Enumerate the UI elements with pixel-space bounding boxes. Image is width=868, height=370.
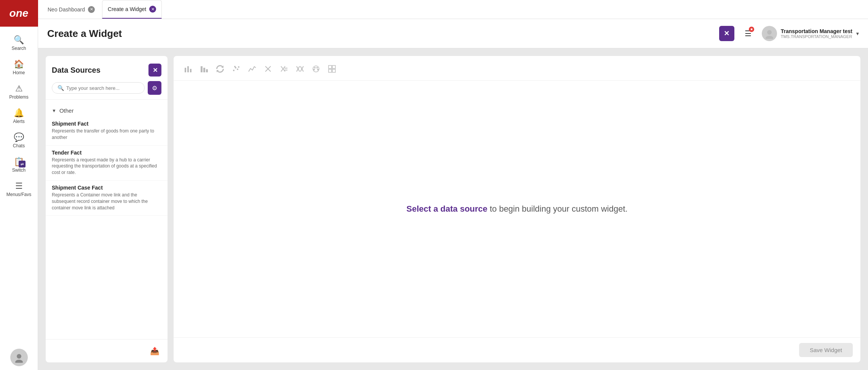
svg-rect-4 [185,68,186,72]
sidebar-item-menus-label: Menus/Favs [6,192,31,197]
chart-btn-line[interactable] [245,62,259,76]
panel-search-input[interactable] [66,85,139,91]
main-content: Neo Dashboard ✕ Create a Widget ✕ Create… [38,0,868,370]
svg-rect-32 [329,69,332,72]
prompt-text: Select a data source to begin building y… [407,204,628,214]
svg-point-3 [766,36,773,39]
chart-btn-x1[interactable] [261,62,275,76]
chart-btn-column[interactable] [197,62,211,76]
filter-icon: ⚙ [152,85,157,92]
svg-rect-30 [329,65,332,69]
widget-footer: Save Widget [174,337,860,362]
sidebar-item-problems[interactable]: ⚠ Problems [0,79,38,104]
chart-btn-scatter[interactable] [229,62,243,76]
search-icon: 🔍 [14,36,24,44]
chart-btn-xx[interactable] [293,62,307,76]
svg-point-10 [233,70,235,71]
filter-button[interactable]: ⚙ [148,81,161,95]
ds-shipment-fact-desc: Represents the transfer of goods from on… [52,128,161,141]
category-other-header[interactable]: ▼ Other [46,104,168,117]
tab-create-widget[interactable]: Create a Widget ✕ [102,0,162,19]
chart-toolbar [174,56,860,81]
data-sources-panel: Data Sources ✕ 🔍 ⚙ ▼ Other [46,56,168,362]
svg-point-2 [767,30,772,35]
app-logo[interactable]: one [0,0,38,27]
tab-create-widget-label: Create a Widget [108,6,146,12]
home-icon: 🏠 [14,60,24,69]
user-details: Transportation Manager test TMS.TRANSPOR… [781,28,852,39]
page-title: Create a Widget [47,28,122,40]
tab-neo-dashboard-close[interactable]: ✕ [88,6,95,13]
ds-tender-fact-name: Tender Fact [52,150,161,156]
sidebar-bottom [0,349,38,370]
svg-rect-9 [206,69,208,72]
header-menu-button[interactable]: ☰ ★ [740,26,756,41]
svg-point-12 [237,69,238,70]
sidebar-item-search[interactable]: 🔍 Search [0,30,38,55]
svg-rect-5 [187,66,189,72]
header-right: ✕ ☰ ★ Transportation Manager test TMS.TR… [719,26,859,41]
sidebar-item-switch-label: Switch [12,167,26,173]
sidebar: one 🔍 Search 🏠 Home ⚠ Problems 🔔 Alerts … [0,0,38,370]
chart-btn-palette[interactable] [309,62,323,76]
svg-point-26 [314,67,316,69]
panel-close-button[interactable]: ✕ [148,64,161,77]
chart-btn-refresh[interactable] [213,62,227,76]
switch-badge: 📋 ⇄ [14,158,24,166]
panel-title: Data Sources [52,66,101,75]
warning-icon: ⚠ [15,85,23,93]
sidebar-avatar[interactable] [10,349,28,366]
panel-search-row: 🔍 ⚙ [46,81,168,99]
svg-rect-6 [190,69,191,72]
tab-bar: Neo Dashboard ✕ Create a Widget ✕ [38,0,868,19]
close-icon: ✕ [724,29,729,38]
sidebar-item-menus[interactable]: ☰ Menus/Favs [0,177,38,201]
sidebar-item-home[interactable]: 🏠 Home [0,55,38,79]
svg-point-0 [17,354,21,359]
user-name: Transportation Manager test [781,28,852,34]
svg-point-1 [15,360,23,363]
chart-btn-bar[interactable] [181,62,195,76]
tab-neo-dashboard[interactable]: Neo Dashboard ✕ [42,0,101,19]
chart-btn-x2[interactable] [277,62,291,76]
user-role: TMS.TRANSPORTATION_MANAGER [781,34,852,39]
tab-create-widget-close[interactable]: ✕ [149,6,156,13]
prompt-highlight: Select a data source [407,204,488,214]
header-bar: Create a Widget ✕ ☰ ★ Transportation Man… [38,19,868,48]
sidebar-item-switch[interactable]: 📋 ⇄ Switch [0,152,38,177]
svg-point-28 [313,69,315,70]
user-info[interactable]: Transportation Manager test TMS.TRANSPOR… [762,26,859,41]
sidebar-item-home-label: Home [13,70,25,75]
svg-point-27 [316,67,318,69]
svg-rect-7 [201,66,203,72]
save-widget-button[interactable]: Save Widget [799,343,853,357]
panel-search-container[interactable]: 🔍 [52,82,145,94]
switch-small-icon: ⇄ [19,161,26,167]
sidebar-nav: 🔍 Search 🏠 Home ⚠ Problems 🔔 Alerts 💬 Ch… [0,27,38,201]
category-chevron-icon: ▼ [52,108,56,113]
export-button[interactable]: 📤 [148,344,161,358]
ds-tender-fact-desc: Represents a request made by a hub to a … [52,157,161,176]
sidebar-item-problems-label: Problems [9,94,29,100]
user-chevron-icon: ▾ [856,30,859,37]
svg-point-25 [313,66,319,72]
menus-icon: ☰ [15,182,23,190]
panel-divider [46,99,168,100]
sidebar-item-alerts[interactable]: 🔔 Alerts [0,104,38,128]
svg-rect-8 [203,68,205,72]
data-source-shipment-case-fact[interactable]: Shipment Case Fact Represents a Containe… [46,181,168,216]
data-source-tender-fact[interactable]: Tender Fact Represents a request made by… [46,146,168,181]
panel-search-icon: 🔍 [57,85,64,91]
sidebar-item-chats[interactable]: 💬 Chats [0,128,38,152]
content-area: Data Sources ✕ 🔍 ⚙ ▼ Other [38,48,868,370]
panel-close-icon: ✕ [153,67,158,74]
sidebar-item-chats-label: Chats [13,143,25,148]
user-avatar [762,26,777,41]
prompt-rest: to begin building your custom widget. [487,204,627,214]
chart-btn-grid[interactable] [325,62,339,76]
sidebar-item-alerts-label: Alerts [13,119,25,124]
header-close-button[interactable]: ✕ [719,26,734,41]
svg-point-14 [238,66,239,68]
sidebar-item-search-label: Search [11,46,26,51]
data-source-shipment-fact[interactable]: Shipment Fact Represents the transfer of… [46,117,168,146]
